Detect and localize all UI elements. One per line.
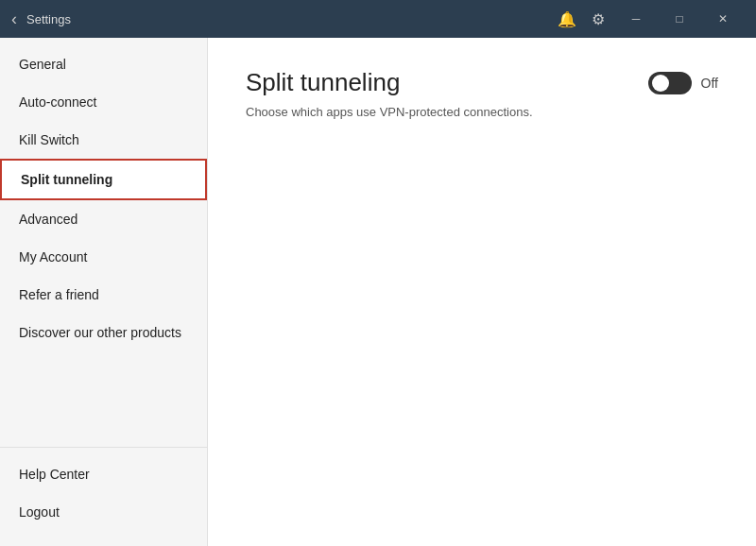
back-button[interactable]: ‹ <box>11 9 17 29</box>
sidebar-item-kill-switch[interactable]: Kill Switch <box>0 121 207 159</box>
minimize-button[interactable]: ─ <box>614 0 658 38</box>
sidebar-item-help-center[interactable]: Help Center <box>0 455 207 493</box>
page-title: Split tunneling <box>246 68 400 97</box>
sidebar-item-discover[interactable]: Discover our other products <box>0 314 207 351</box>
content-header: Split tunneling Off <box>246 68 718 97</box>
sidebar-bottom: Help Center Logout <box>0 447 207 546</box>
sidebar-nav: General Auto-connect Kill Switch Split t… <box>0 38 207 447</box>
app-title: Settings <box>26 12 71 26</box>
sidebar-item-my-account[interactable]: My Account <box>0 238 207 276</box>
settings-gear-icon[interactable]: ⚙ <box>592 10 605 28</box>
notification-icon[interactable]: 🔔 <box>558 10 576 28</box>
sidebar-item-logout[interactable]: Logout <box>0 493 207 531</box>
sidebar-item-split-tunneling[interactable]: Split tunneling <box>0 159 207 200</box>
app-body: General Auto-connect Kill Switch Split t… <box>0 38 756 546</box>
sidebar: General Auto-connect Kill Switch Split t… <box>0 38 208 546</box>
sidebar-item-refer-a-friend[interactable]: Refer a friend <box>0 276 207 314</box>
maximize-button[interactable]: □ <box>658 0 701 38</box>
title-bar: ‹ Settings 🔔 ⚙ ─ □ ✕ <box>0 0 756 38</box>
toggle-area: Off <box>648 72 718 94</box>
close-button[interactable]: ✕ <box>701 0 745 38</box>
main-content: Split tunneling Off Choose which apps us… <box>208 38 756 546</box>
sidebar-item-advanced[interactable]: Advanced <box>0 200 207 238</box>
sidebar-item-auto-connect[interactable]: Auto-connect <box>0 83 207 121</box>
content-subtitle: Choose which apps use VPN-protected conn… <box>246 105 718 119</box>
toggle-label: Off <box>701 76 718 91</box>
toggle-knob <box>652 75 669 92</box>
split-tunneling-toggle[interactable] <box>648 72 692 94</box>
sidebar-item-general[interactable]: General <box>0 45 207 83</box>
